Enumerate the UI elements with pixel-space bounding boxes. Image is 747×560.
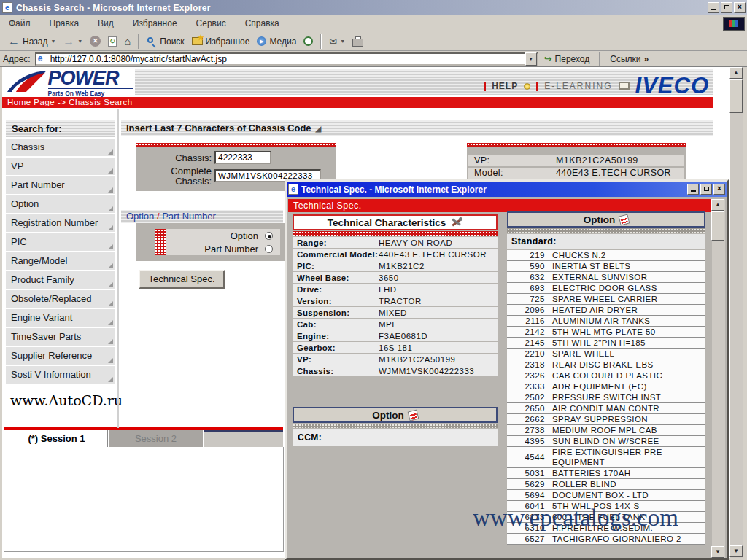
main-titlebar: e Chassis Search - Microsoft Internet Ex…	[0, 0, 747, 15]
address-dropdown-button[interactable]: ▼	[525, 52, 537, 66]
history-button[interactable]	[300, 35, 317, 47]
sidebar-item[interactable]: Range/Model	[6, 252, 115, 270]
option-row: 2318 REAR DISC BRAKE EBS	[507, 359, 705, 370]
links-chevron-icon: »	[644, 54, 649, 64]
forward-button[interactable]: → ▼	[59, 35, 86, 48]
tech-row: Wheel Base:3650	[293, 272, 498, 283]
back-button[interactable]: ← Назад▼	[4, 35, 59, 48]
sidebar-item[interactable]: Option	[6, 195, 115, 213]
corner-triangle-icon	[108, 282, 113, 287]
media-button[interactable]: ▶ Медиа	[253, 35, 300, 48]
option-row: 2650 AIR CONDIT MAN CONTR	[507, 403, 705, 414]
corner-triangle-icon	[108, 301, 113, 306]
sidebar-item[interactable]: Sosti V Information	[6, 366, 115, 384]
scroll-down-icon[interactable]: ▼	[711, 546, 724, 558]
menu-item[interactable]: Справка	[245, 18, 279, 28]
go-button[interactable]: ↪ Переход	[544, 53, 590, 64]
close-button[interactable]: ×	[734, 2, 746, 13]
scroll-up-icon[interactable]: ▲	[711, 199, 724, 211]
option-list: 219 CHUCKS N.2 590 INERTIA ST BELTS 632 …	[507, 250, 705, 545]
option-row: 2116 ALUMINIUM AIR TANKS	[507, 316, 705, 327]
sidebar-item[interactable]: VP	[6, 158, 115, 175]
menu-item[interactable]: Файл	[9, 18, 31, 28]
screen: e Chassis Search - Microsoft Internet Ex…	[0, 0, 747, 560]
option-row: 6527 TACHIGRAFO GIORNALIERO 2	[507, 534, 705, 545]
search-button[interactable]: Поиск	[143, 35, 187, 48]
option-row: 632 EXTERNAL SUNVISOR	[507, 272, 705, 283]
sidebar-item[interactable]: TimeSaver Parts	[6, 328, 115, 346]
scroll-up-icon[interactable]: ▲	[729, 67, 743, 79]
elearning-screen-icon	[619, 82, 630, 90]
main-scrollbar[interactable]: ▲ ▼	[730, 67, 743, 558]
option-row: 693 ELECTRIC DOOR GLASS	[507, 283, 705, 294]
tech-row: Suspension:MIXED	[293, 307, 498, 318]
option-row: 5629 ROLLER BLIND	[507, 479, 705, 490]
tab-session-1[interactable]: (*) Session 1	[6, 430, 108, 447]
red-divider	[536, 82, 538, 91]
popup-close-button[interactable]: ×	[713, 184, 725, 195]
sidebar-item[interactable]: Obsolete/Replaced	[6, 290, 115, 308]
sidebar-item[interactable]: PIC	[6, 233, 115, 251]
sidebar-title: Search for:	[6, 120, 115, 137]
collapse-triangle-icon[interactable]: ◢	[316, 125, 322, 133]
menu-item[interactable]: Правка	[50, 18, 80, 28]
chassis-input[interactable]	[214, 151, 271, 164]
option-button-right[interactable]: Option	[507, 211, 705, 228]
tech-row: Chassis:WJMM1VSK004222333	[293, 365, 498, 376]
popup-minimize-button[interactable]	[687, 184, 699, 195]
tech-row: Gearbox:16S 181	[293, 342, 498, 353]
menu-item[interactable]: Избранное	[133, 18, 177, 28]
notepad-icon	[619, 214, 630, 225]
red-dotted-strip	[136, 143, 336, 147]
history-icon	[303, 36, 313, 46]
popup-maximize-button[interactable]	[700, 184, 712, 195]
part-number-radio[interactable]	[265, 245, 273, 253]
home-icon: ⌂	[124, 35, 131, 47]
home-button[interactable]: ⌂	[120, 34, 134, 49]
technical-spec-button[interactable]: Technical Spec.	[139, 270, 225, 289]
refresh-button[interactable]: ↻	[104, 35, 120, 48]
corner-triangle-icon	[108, 149, 113, 155]
ccm-row: CCM:	[293, 429, 498, 446]
sidebar-item[interactable]: Registration Number	[6, 214, 115, 232]
main-scrollbar-thumb[interactable]	[729, 79, 743, 113]
help-bulb-icon	[524, 83, 530, 90]
favorites-button[interactable]: ★ Избранное	[188, 35, 254, 48]
option-row: 4395 SUN BLIND ON W/SCREE	[507, 436, 705, 447]
sidebar-item[interactable]: Part Number	[6, 176, 115, 194]
ie-page-icon: e	[38, 54, 47, 63]
tech-row: PIC:M1KB21C2	[293, 260, 498, 271]
option-row: 219 CHUCKS N.2	[507, 250, 705, 261]
tab-session-2[interactable]: Session 2	[109, 430, 203, 447]
sidebar-item[interactable]: Product Family	[6, 271, 115, 289]
corner-triangle-icon	[108, 377, 113, 382]
sidebar-item[interactable]: Chassis	[6, 139, 115, 156]
option-row: 2662 SPRAY SUPPRESSION	[507, 414, 705, 425]
option-radio[interactable]	[265, 232, 273, 240]
iveco-logo: IVECO	[635, 75, 709, 97]
help-link[interactable]: HELP	[492, 81, 518, 91]
menu-bar: ФайлПравкаВидИзбранноеСервисСправка	[0, 15, 747, 31]
address-input[interactable]	[50, 54, 522, 64]
stop-button[interactable]: ✕	[86, 34, 104, 48]
corner-triangle-icon	[108, 339, 113, 344]
restore-button[interactable]	[721, 2, 732, 13]
red-dotted-strip	[293, 231, 498, 236]
option-button-left[interactable]: Option	[293, 407, 498, 423]
scroll-down-icon[interactable]: ▼	[729, 545, 743, 557]
back-caret-icon: ▼	[50, 39, 55, 44]
mail-button[interactable]: ✉ ▼	[325, 34, 349, 48]
gray-dotted-strip	[507, 228, 705, 233]
technical-characteristics-header: Technical Characteristics	[293, 214, 498, 230]
links-button[interactable]: Ссылки»	[610, 54, 649, 64]
elearning-link[interactable]: E-LEARNING	[544, 81, 612, 91]
sidebar-item[interactable]: Engine Variant	[6, 309, 115, 327]
menu-item[interactable]: Вид	[98, 18, 114, 28]
vp-model-panel: VP:M1KB21C2A50199 Model:440E43 E.TECH CU…	[467, 143, 686, 181]
minimize-button[interactable]	[708, 2, 719, 13]
popup-scrollbar-thumb[interactable]	[711, 211, 724, 241]
sidebar-item[interactable]: Supplier Reference	[6, 347, 115, 365]
menu-item[interactable]: Сервис	[196, 18, 226, 28]
print-button[interactable]	[349, 35, 367, 48]
red-divider	[484, 82, 486, 91]
